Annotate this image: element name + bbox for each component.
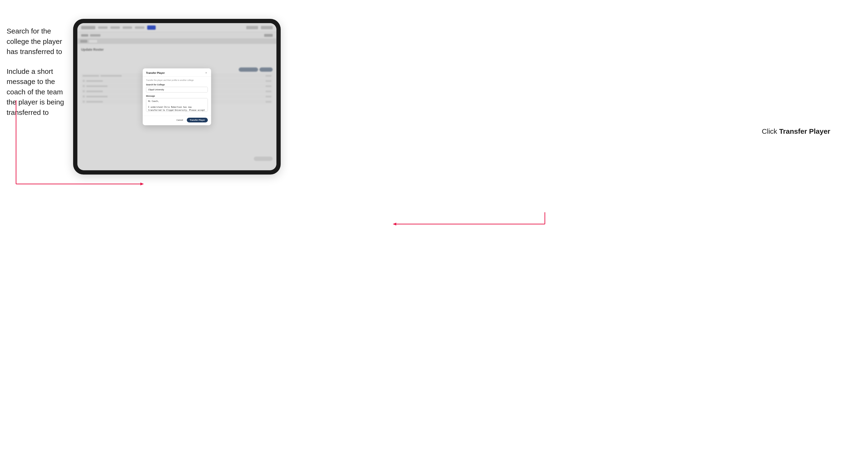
modal-close-button[interactable]: × (205, 71, 208, 74)
annotation-message-text: Include a short message to the coach of … (7, 66, 70, 118)
search-college-input[interactable] (146, 87, 208, 92)
modal-header: Transfer Player × (143, 68, 211, 76)
annotation-right: Click Transfer Player (762, 127, 830, 135)
svg-marker-2 (140, 183, 144, 185)
modal-title: Transfer Player (146, 71, 165, 74)
modal-body: Transfer the player and their profile to… (143, 76, 211, 116)
annotation-search-text: Search for the college the player has tr… (7, 26, 70, 57)
message-field-label: Message (146, 95, 208, 97)
annotation-transfer-bold: Transfer Player (779, 127, 830, 135)
modal-subtitle: Transfer the player and their profile to… (146, 79, 208, 81)
search-field-label: Search for College (146, 84, 208, 86)
modal-overlay: Transfer Player × Transfer the player an… (78, 23, 276, 170)
tablet-screen: Update Roster (78, 23, 276, 170)
svg-marker-5 (393, 223, 396, 225)
transfer-player-button[interactable]: Transfer Player (187, 118, 208, 122)
annotation-left: Search for the college the player has tr… (7, 26, 70, 127)
modal-footer: Cancel Transfer Player (143, 116, 211, 125)
transfer-player-modal: Transfer Player × Transfer the player an… (143, 68, 211, 125)
cancel-button[interactable]: Cancel (175, 118, 185, 122)
message-textarea[interactable]: Hi Coach, I understand Chris Robertson h… (146, 98, 208, 112)
tablet-frame: Update Roster (73, 19, 281, 175)
